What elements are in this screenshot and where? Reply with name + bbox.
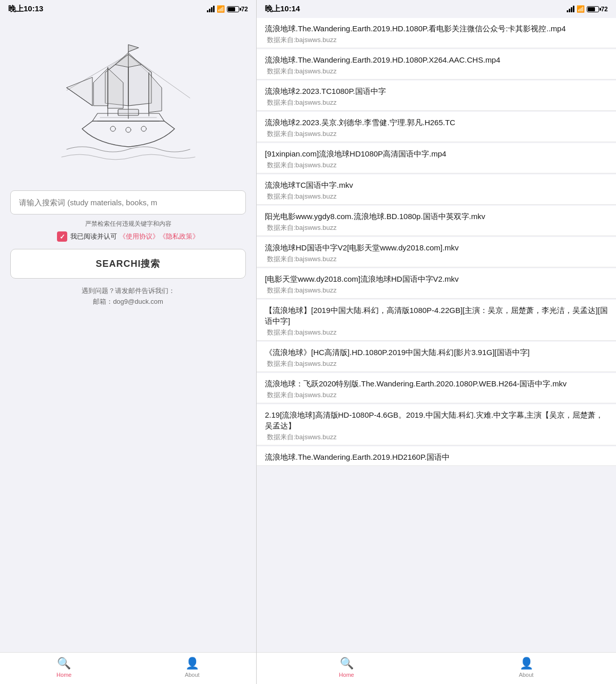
result-title: 流浪地球2.2023.TC1080P.国语中字 — [265, 86, 608, 96]
result-item[interactable]: [电影天堂www.dy2018.com]流浪地球HD国语中字V2.mkv 数据来… — [257, 268, 616, 299]
result-title: [电影天堂www.dy2018.com]流浪地球HD国语中字V2.mkv — [265, 273, 608, 284]
result-title: 流浪地球.The.Wandering.Earth.2019.HD.1080P.X… — [265, 54, 608, 65]
result-title: 流浪地球.The.Wandering.Earth.2019.HD2160P.国语… — [265, 452, 608, 462]
search-button[interactable]: SEARCHI搜索 — [10, 249, 246, 279]
result-source: 数据来自:bajswws.buzz — [265, 433, 608, 442]
agreement-link[interactable]: 《使用协议》《隐私政策》 — [119, 232, 199, 240]
result-item[interactable]: 流浪地球：飞跃2020特别版.The.Wandering.Earth.2020.… — [257, 373, 616, 403]
left-status-icons: 📶 72 — [207, 5, 248, 13]
svg-rect-13 — [118, 109, 139, 115]
right-bottom-nav: 🔍 Home 👤 About — [257, 652, 616, 684]
result-title: 流浪地球TC国语中字.mkv — [265, 180, 608, 190]
contact-info: 遇到问题？请发邮件告诉我们： 邮箱：dog9@duck.com — [82, 286, 175, 307]
svg-point-11 — [126, 127, 131, 132]
left-bottom-nav: 🔍 Home 👤 About — [0, 652, 256, 684]
result-source: 数据来自:bajswws.buzz — [265, 223, 608, 232]
agreement-row: 我已阅读并认可 《使用协议》《隐私政策》 — [57, 231, 199, 242]
svg-point-10 — [110, 126, 116, 131]
result-title: 流浪地球HD国语中字V2[电影天堂www.dy2018.com].mkv — [265, 242, 608, 253]
result-item[interactable]: 流浪地球TC国语中字.mkv 数据来自:bajswws.buzz — [257, 174, 616, 205]
result-title: [91xinpian.com]流浪地球HD1080P高清国语中字.mp4 — [265, 148, 608, 159]
right-signal-icon — [567, 6, 574, 12]
right-home-icon: 🔍 — [340, 657, 354, 670]
right-status-icons: 📶 72 — [567, 5, 608, 13]
right-wifi-icon: 📶 — [576, 5, 585, 13]
search-input[interactable] — [10, 190, 246, 214]
result-title: 《流浪地球》[HC高清版].HD.1080P.2019中国大陆.科幻[影片3.9… — [265, 347, 608, 358]
result-item[interactable]: 流浪地球.The.Wandering.Earth.2019.HD.1080P.X… — [257, 49, 616, 80]
right-nav-home[interactable]: 🔍 Home — [257, 657, 436, 678]
result-source: 数据来自:bajswws.buzz — [265, 255, 608, 264]
result-source: 数据来自:bajswws.buzz — [265, 161, 608, 170]
result-source: 数据来自:bajswws.buzz — [265, 286, 608, 295]
battery-icon — [227, 6, 239, 12]
left-nav-about[interactable]: 👤 About — [128, 657, 257, 678]
result-title: 流浪地球.The.Wandering.Earth.2019.HD.1080P.看… — [265, 23, 608, 34]
signal-icon — [207, 6, 215, 12]
home-icon: 🔍 — [57, 657, 71, 670]
warning-text: 严禁检索任何违规关键字和内容 — [85, 220, 171, 228]
ship-svg — [51, 26, 205, 180]
battery-level: 72 — [241, 6, 248, 13]
right-battery-level: 72 — [601, 6, 608, 13]
right-about-icon: 👤 — [519, 657, 533, 670]
result-source: 数据来自:bajswws.buzz — [265, 129, 608, 139]
result-item[interactable]: 流浪地球2.2023.吴京.刘德华.李雪健.宁理.郭凡.H265.TC 数据来自… — [257, 112, 616, 142]
right-phone-screen: 晚上10:14 📶 72 流浪地球.The.Wandering.Earth.20… — [257, 0, 616, 684]
result-item[interactable]: [91xinpian.com]流浪地球HD1080P高清国语中字.mp4 数据来… — [257, 143, 616, 173]
search-results-list: 流浪地球.The.Wandering.Earth.2019.HD.1080P.看… — [257, 16, 616, 652]
right-status-bar: 晚上10:14 📶 72 — [257, 0, 616, 16]
left-time: 晚上10:13 — [8, 4, 43, 14]
left-nav-home-label: Home — [56, 672, 71, 678]
left-main-content: 严禁检索任何违规关键字和内容 我已阅读并认可 《使用协议》《隐私政策》 SEAR… — [0, 16, 256, 652]
result-item[interactable]: 流浪地球2.2023.TC1080P.国语中字 数据来自:bajswws.buz… — [257, 81, 616, 111]
result-item[interactable]: 流浪地球.The.Wandering.Earth.2019.HD.1080P.看… — [257, 18, 616, 48]
result-source: 数据来自:bajswws.buzz — [265, 35, 608, 45]
left-phone-screen: 晚上10:13 📶 72 — [0, 0, 257, 684]
svg-point-12 — [141, 126, 146, 131]
result-source: 数据来自:bajswws.buzz — [265, 359, 608, 368]
right-nav-about-label: About — [519, 672, 534, 678]
result-title: 流浪地球：飞跃2020特别版.The.Wandering.Earth.2020.… — [265, 378, 608, 389]
agreement-text: 我已阅读并认可 《使用协议》《隐私政策》 — [70, 232, 199, 241]
result-item[interactable]: 流浪地球.The.Wandering.Earth.2019.HD2160P.国语… — [257, 446, 616, 466]
contact-line2: 邮箱：dog9@duck.com — [82, 297, 175, 307]
left-nav-about-label: About — [185, 672, 200, 678]
left-nav-home[interactable]: 🔍 Home — [0, 657, 128, 678]
result-item[interactable]: 2.19[流浪地球]高清版HD-1080P-4.6GB。2019.中国大陆.科幻… — [257, 404, 616, 445]
result-title: 流浪地球2.2023.吴京.刘德华.李雪健.宁理.郭凡.H265.TC — [265, 117, 608, 128]
result-item[interactable]: 《流浪地球》[HC高清版].HD.1080P.2019中国大陆.科幻[影片3.9… — [257, 342, 616, 372]
contact-line1: 遇到问题？请发邮件告诉我们： — [82, 286, 175, 297]
about-icon: 👤 — [185, 657, 199, 670]
result-item[interactable]: 流浪地球HD国语中字V2[电影天堂www.dy2018.com].mkv 数据来… — [257, 237, 616, 267]
search-container — [10, 190, 246, 214]
left-status-bar: 晚上10:13 📶 72 — [0, 0, 256, 16]
result-source: 数据来自:bajswws.buzz — [265, 328, 608, 337]
result-source: 数据来自:bajswws.buzz — [265, 67, 608, 76]
result-source: 数据来自:bajswws.buzz — [265, 192, 608, 201]
result-title: 【流浪地球】[2019中国大陆.科幻，高清版1080P-4.22GB][主演：吴… — [265, 305, 608, 326]
right-battery-icon — [587, 6, 599, 12]
result-source: 数据来自:bajswws.buzz — [265, 390, 608, 400]
result-item[interactable]: 【流浪地球】[2019中国大陆.科幻，高清版1080P-4.22GB][主演：吴… — [257, 300, 616, 341]
result-item[interactable]: 阳光电影www.ygdy8.com.流浪地球.BD.1080p.国语中英双字.m… — [257, 206, 616, 236]
result-title: 阳光电影www.ygdy8.com.流浪地球.BD.1080p.国语中英双字.m… — [265, 211, 608, 222]
result-source: 数据来自:bajswws.buzz — [265, 98, 608, 107]
ship-illustration — [46, 21, 210, 185]
right-nav-about[interactable]: 👤 About — [436, 657, 616, 678]
wifi-icon: 📶 — [217, 5, 225, 13]
result-title: 2.19[流浪地球]高清版HD-1080P-4.6GB。2019.中国大陆.科幻… — [265, 409, 608, 431]
right-time: 晚上10:14 — [265, 4, 300, 14]
right-nav-home-label: Home — [339, 672, 354, 678]
agreement-checkbox[interactable] — [57, 231, 67, 242]
